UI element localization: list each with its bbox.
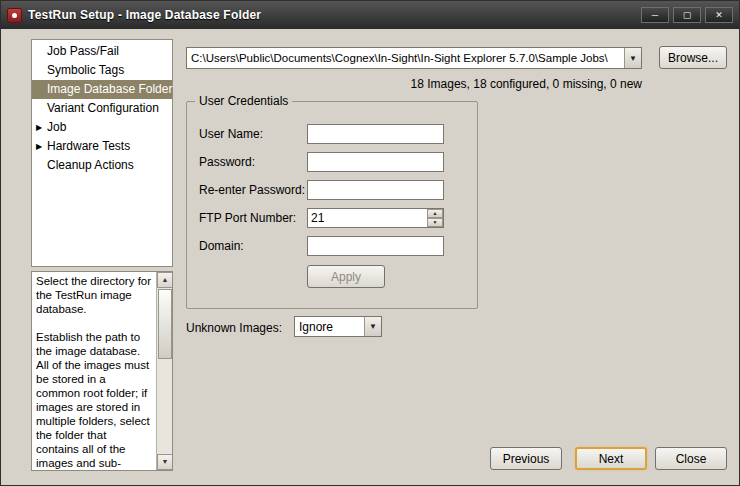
sidebar-item-label: Hardware Tests (47, 137, 130, 156)
apply-button[interactable]: Apply (307, 265, 385, 288)
window-controls: ─ ▢ ✕ (641, 7, 733, 23)
domain-field[interactable] (307, 236, 444, 256)
domain-label: Domain: (199, 239, 307, 253)
unknown-images-select[interactable]: Ignore ▼ (294, 316, 382, 337)
description-scrollbar[interactable]: ▲ ▼ (156, 272, 172, 470)
group-title: User Credentials (195, 94, 292, 108)
sidebar-item-label: Symbolic Tags (47, 61, 124, 80)
reenter-password-field[interactable] (307, 180, 444, 200)
close-button[interactable]: Close (655, 447, 727, 470)
ftp-port-label: FTP Port Number: (199, 211, 307, 225)
previous-button[interactable]: Previous (490, 447, 562, 470)
next-button[interactable]: Next (575, 447, 647, 470)
spin-down-icon[interactable]: ▼ (427, 218, 443, 227)
sidebar-item-label: Job (47, 118, 66, 137)
sidebar-item-symbolic-tags[interactable]: Symbolic Tags (32, 61, 172, 80)
user-name-row: User Name: (199, 124, 444, 144)
password-label: Password: (199, 155, 307, 169)
ftp-port-spinner: ▲ ▼ (427, 209, 443, 227)
scroll-down-icon[interactable]: ▼ (157, 454, 173, 470)
user-credentials-group: User Credentials User Name: Password: Re… (186, 101, 478, 309)
sidebar-item-label: Variant Configuration (47, 99, 159, 118)
ftp-port-field[interactable] (307, 208, 444, 228)
sidebar-item-cleanup-actions[interactable]: Cleanup Actions (32, 156, 172, 175)
description-panel: Select the directory for the TestRun ima… (31, 271, 173, 471)
unknown-images-value: Ignore (295, 320, 364, 334)
scroll-up-icon[interactable]: ▲ (157, 272, 173, 288)
expand-arrow-icon: ▶ (36, 118, 47, 137)
reenter-password-label: Re-enter Password: (199, 183, 307, 197)
setup-nav-list: Job Pass/Fail Symbolic Tags Image Databa… (31, 39, 173, 267)
unknown-images-dropdown-icon[interactable]: ▼ (364, 317, 381, 336)
domain-row: Domain: (199, 236, 444, 256)
maximize-button[interactable]: ▢ (673, 7, 701, 23)
sidebar-item-label: Image Database Folder (47, 80, 172, 99)
window-title: TestRun Setup - Image Database Folder (28, 8, 261, 22)
browse-button[interactable]: Browse... (659, 46, 727, 69)
password-field[interactable] (307, 152, 444, 172)
sidebar-item-image-database-folder[interactable]: Image Database Folder (32, 80, 172, 99)
description-text: Select the directory for the TestRun ima… (36, 274, 152, 471)
password-row: Password: (199, 152, 444, 172)
reenter-password-row: Re-enter Password: (199, 180, 444, 200)
close-window-button[interactable]: ✕ (705, 7, 733, 23)
ftp-port-stepper: ▲ ▼ (307, 208, 444, 228)
unknown-images-label: Unknown Images: (186, 321, 282, 335)
sidebar-item-label: Cleanup Actions (47, 156, 134, 175)
testrun-setup-dialog: TestRun Setup - Image Database Folder ─ … (0, 0, 740, 486)
scrollbar-thumb[interactable] (158, 289, 172, 359)
user-name-label: User Name: (199, 127, 307, 141)
title-bar[interactable]: TestRun Setup - Image Database Folder ─ … (1, 1, 739, 29)
sidebar-item-label: Job Pass/Fail (47, 42, 119, 61)
expand-arrow-icon: ▶ (36, 137, 47, 156)
images-status-text: 18 Images, 18 configured, 0 missing, 0 n… (186, 77, 642, 91)
sidebar-item-variant-configuration[interactable]: Variant Configuration (32, 99, 172, 118)
ftp-port-row: FTP Port Number: ▲ ▼ (199, 208, 444, 228)
sidebar-item-hardware-tests[interactable]: ▶ Hardware Tests (32, 137, 172, 156)
path-dropdown-icon[interactable]: ▼ (624, 48, 641, 68)
app-icon (7, 8, 22, 23)
image-database-path-value: C:\Users\Public\Documents\Cognex\In-Sigh… (187, 52, 624, 64)
minimize-button[interactable]: ─ (641, 7, 669, 23)
image-database-path-combo[interactable]: C:\Users\Public\Documents\Cognex\In-Sigh… (186, 47, 642, 69)
user-name-field[interactable] (307, 124, 444, 144)
spin-up-icon[interactable]: ▲ (427, 209, 443, 218)
sidebar-item-job[interactable]: ▶ Job (32, 118, 172, 137)
sidebar-item-job-pass-fail[interactable]: Job Pass/Fail (32, 42, 172, 61)
